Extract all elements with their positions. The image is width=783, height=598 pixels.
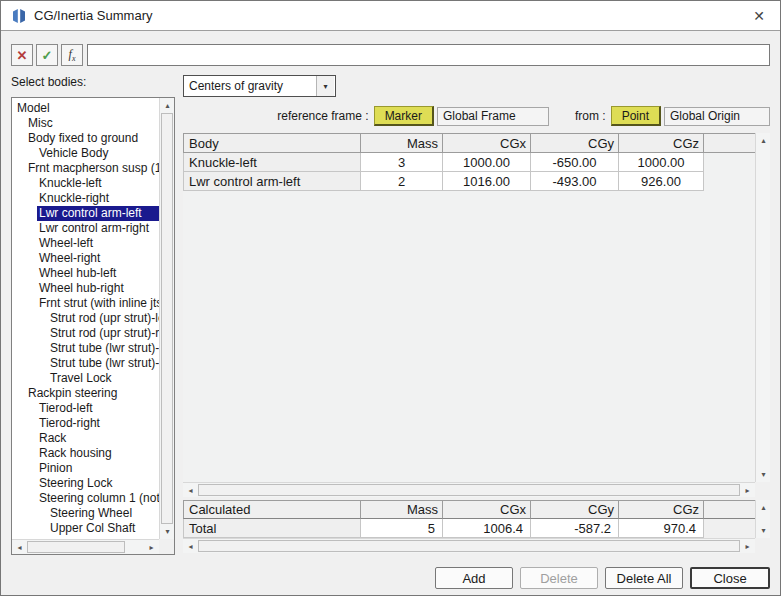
- tree-item[interactable]: Body fixed to ground: [26, 131, 159, 146]
- scroll-left-icon[interactable]: ◂: [183, 539, 198, 554]
- chevron-down-icon[interactable]: ▾: [316, 76, 334, 96]
- tree-item[interactable]: Model: [15, 101, 159, 116]
- tree-item[interactable]: Rackpin steering: [26, 386, 159, 401]
- tree-item[interactable]: Frnt macpherson susp (1 pc. L: [26, 161, 159, 176]
- tree-item[interactable]: Knuckle-left: [37, 176, 159, 191]
- reference-frame-label: reference frame :: [277, 109, 368, 123]
- apply-button[interactable]: ✓: [36, 44, 58, 66]
- scroll-down-icon[interactable]: ▾: [160, 524, 175, 539]
- scroll-left-icon[interactable]: ◂: [183, 483, 198, 498]
- column-header-mass: Mass: [361, 500, 443, 519]
- function-builder-button[interactable]: fx: [61, 44, 83, 66]
- column-header-empty: [704, 500, 755, 519]
- window-title: CG/Inertia Summary: [34, 8, 152, 23]
- tree-item[interactable]: Vehicle Body: [37, 146, 159, 161]
- calc-table-hscrollbar[interactable]: ◂ ▸: [183, 538, 755, 553]
- scrollbar-thumb[interactable]: [198, 540, 740, 552]
- tree-item[interactable]: Rack housing: [37, 446, 159, 461]
- scroll-up-icon[interactable]: ▴: [160, 98, 175, 113]
- bodies-list-hscrollbar[interactable]: ◂ ▸: [12, 539, 159, 554]
- column-header-cgx: CGx: [443, 500, 531, 519]
- tree-item[interactable]: Strut rod (upr strut)-right: [48, 326, 159, 341]
- tree-item[interactable]: Tierod-right: [37, 416, 159, 431]
- cgz-cell: 1000.00: [619, 153, 704, 172]
- scroll-down-icon[interactable]: ▾: [756, 523, 771, 538]
- tree-item[interactable]: Wheel hub-left: [37, 266, 159, 281]
- fx-icon: fx: [69, 47, 76, 63]
- tree-item[interactable]: Steering column 1 (not for al: [37, 491, 159, 506]
- close-icon[interactable]: ✕: [748, 8, 770, 24]
- body-cg-grid: Body Mass CGx CGy CGz Knuckle-left31000.…: [183, 133, 755, 482]
- scroll-left-icon[interactable]: ◂: [12, 540, 27, 555]
- empty-cell: [704, 153, 755, 172]
- view-mode-value: Centers of gravity: [184, 79, 316, 93]
- scrollbar-thumb[interactable]: [198, 484, 740, 496]
- empty-cell: [704, 519, 755, 538]
- calculated-table: Calculated Mass CGx CGy CGz Total51006.4…: [183, 500, 770, 553]
- bodies-list-vscrollbar[interactable]: ▴ ▾: [159, 98, 174, 539]
- tree-item[interactable]: Wheel-left: [37, 236, 159, 251]
- tree-item[interactable]: Steering Wheel: [48, 506, 159, 521]
- column-header-cgx: CGx: [443, 133, 531, 153]
- mass-cell: 2: [361, 172, 443, 191]
- body-table-hscrollbar[interactable]: ◂ ▸: [183, 482, 755, 497]
- tree-item[interactable]: Wheel hub-right: [37, 281, 159, 296]
- marker-button[interactable]: Marker: [374, 106, 434, 126]
- scroll-down-icon[interactable]: ▾: [756, 467, 771, 482]
- cgx-cell: 1006.4: [443, 519, 531, 538]
- reference-frame-field[interactable]: Global Frame: [437, 107, 549, 126]
- scrollbar-thumb[interactable]: [27, 541, 125, 553]
- tree-item[interactable]: Travel Lock: [48, 371, 159, 386]
- point-button[interactable]: Point: [611, 106, 661, 126]
- tree-item[interactable]: Pinion: [37, 461, 159, 476]
- tree-item[interactable]: Wheel-right: [37, 251, 159, 266]
- tree-item[interactable]: Lwr control arm-left: [37, 206, 159, 221]
- tree-item[interactable]: Strut tube (lwr strut)-left: [48, 341, 159, 356]
- calc-table-vscrollbar[interactable]: ▴ ▾: [755, 500, 770, 538]
- left-panel: Select bodies: ModelMiscBody fixed to gr…: [11, 75, 175, 555]
- body-table-rows: Knuckle-left31000.00-650.001000.00Lwr co…: [183, 153, 755, 191]
- tree-item[interactable]: Rack: [37, 431, 159, 446]
- main-panel: Centers of gravity ▾ reference frame : M…: [183, 75, 770, 555]
- scroll-right-icon[interactable]: ▸: [144, 540, 159, 555]
- column-header-calculated: Calculated: [183, 500, 361, 519]
- cgy-cell: -587.2: [531, 519, 619, 538]
- scroll-right-icon[interactable]: ▸: [740, 483, 755, 498]
- empty-cell: [704, 172, 755, 191]
- scroll-up-icon[interactable]: ▴: [756, 133, 771, 148]
- scrollbar-corner: [755, 538, 770, 553]
- body-table-vscrollbar[interactable]: ▴ ▾: [755, 133, 770, 482]
- scrollbar-thumb[interactable]: [161, 113, 173, 524]
- cgz-cell: 926.00: [619, 172, 704, 191]
- view-mode-select[interactable]: Centers of gravity ▾: [183, 75, 336, 97]
- tree-item[interactable]: Strut tube (lwr strut)-right: [48, 356, 159, 371]
- from-point-field[interactable]: Global Origin: [664, 107, 770, 126]
- delete-button[interactable]: Delete: [520, 567, 598, 589]
- tree-item[interactable]: Knuckle-right: [37, 191, 159, 206]
- calculated-grid: Calculated Mass CGx CGy CGz Total51006.4…: [183, 500, 755, 538]
- expression-input[interactable]: [87, 44, 770, 66]
- scrollbar-corner: [159, 539, 174, 554]
- tree-item[interactable]: Frnt strut (with inline jts): [37, 296, 159, 311]
- table-row[interactable]: Knuckle-left31000.00-650.001000.00: [183, 153, 755, 172]
- tree-item[interactable]: Lwr control arm-right: [37, 221, 159, 236]
- cancel-button[interactable]: ✕: [11, 44, 33, 66]
- tree-item[interactable]: Misc: [26, 116, 159, 131]
- scroll-up-icon[interactable]: ▴: [756, 500, 771, 515]
- table-header-row: Body Mass CGx CGy CGz: [183, 133, 755, 153]
- delete-all-button[interactable]: Delete All: [605, 567, 683, 589]
- add-button[interactable]: Add: [435, 567, 513, 589]
- select-bodies-label: Select bodies:: [11, 75, 175, 93]
- table-row[interactable]: Total51006.4-587.2970.4: [183, 519, 755, 538]
- close-button[interactable]: Close: [690, 567, 770, 589]
- tree-item[interactable]: Upper Col Shaft: [48, 521, 159, 536]
- tree-item[interactable]: Steering Lock: [37, 476, 159, 491]
- table-row[interactable]: Lwr control arm-left21016.00-493.00926.0…: [183, 172, 755, 191]
- body-cg-table: Body Mass CGx CGy CGz Knuckle-left31000.…: [183, 133, 770, 497]
- from-label: from :: [575, 109, 606, 123]
- scroll-right-icon[interactable]: ▸: [740, 539, 755, 554]
- check-icon: ✓: [42, 48, 53, 63]
- scrollbar-corner: [755, 482, 770, 497]
- tree-item[interactable]: Strut rod (upr strut)-left: [48, 311, 159, 326]
- tree-item[interactable]: Tierod-left: [37, 401, 159, 416]
